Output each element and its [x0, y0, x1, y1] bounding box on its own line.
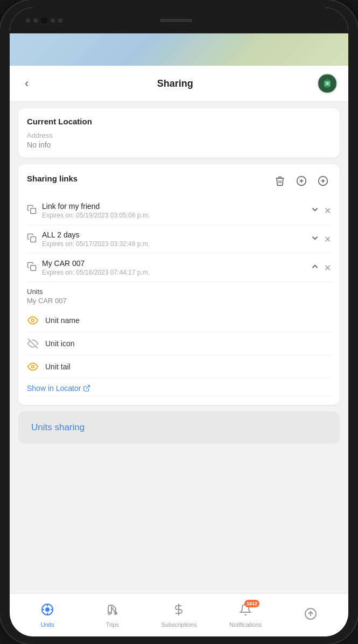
chevron-down-1[interactable] [310, 205, 320, 216]
link-item-1: Link for my friend Expires on: 05/19/202… [27, 197, 331, 225]
link-expiry-1: Expires on: 05/19/2023 03:05:08 p.m. [42, 212, 305, 219]
notifications-wrapper: 1612 [239, 603, 252, 619]
bottom-spacer [10, 452, 348, 474]
subscriptions-nav-label: Subscriptions [161, 621, 196, 628]
add-link-icon[interactable] [315, 173, 331, 189]
units-sharing-label: Units sharing [31, 422, 85, 432]
scroll-top-button[interactable] [294, 607, 327, 624]
app-content: Current Location Address No info Sharing… [10, 102, 348, 596]
units-nav-label: Units [41, 621, 54, 628]
permission-row-unit-icon: Unit icon [27, 332, 331, 355]
page-title: Sharing [157, 78, 193, 89]
cam-dot-4 [58, 18, 62, 23]
svg-point-15 [32, 366, 34, 368]
cam-dot-2 [33, 18, 38, 23]
svg-rect-11 [31, 237, 36, 242]
current-location-card: Current Location Address No info [18, 108, 340, 158]
units-section-label: Units [27, 288, 331, 296]
phone-inner: ‹ Sharing Current Location Address [10, 8, 348, 636]
notifications-nav-label: Notifications [229, 621, 262, 628]
link-name-2: ALL 2 days [42, 230, 305, 239]
trips-nav-label: Trips [106, 621, 119, 628]
svg-rect-1 [326, 79, 329, 81]
bottom-navigation: Units Trips [10, 593, 348, 636]
notifications-badge: 1612 [244, 600, 259, 607]
map-background [10, 33, 348, 66]
address-value: No info [27, 141, 331, 149]
status-bar [10, 8, 348, 33]
permission-row-unit-name: Unit name [27, 309, 331, 332]
svg-point-17 [46, 608, 49, 611]
permission-label-unit-tail: Unit tail [45, 362, 71, 371]
current-location-title: Current Location [27, 117, 331, 126]
link-name-1: Link for my friend [42, 202, 305, 211]
link-actions-2: ✕ [310, 233, 331, 245]
avatar-button[interactable] [317, 73, 338, 94]
link-item-2: ALL 2 days Expires on: 05/17/2023 03:32:… [27, 225, 331, 254]
link-info-1: Link for my friend Expires on: 05/19/202… [42, 202, 305, 219]
link-item-3: My CAR 007 Expires on: 05/16/2023 07:44:… [27, 254, 331, 282]
app-header: ‹ Sharing [10, 66, 348, 102]
svg-rect-12 [31, 265, 36, 271]
address-label: Address [27, 131, 331, 139]
eye-open-icon-1[interactable] [27, 314, 39, 326]
speaker [160, 19, 192, 22]
nav-item-trips[interactable]: Trips [96, 603, 129, 628]
phone-frame: ‹ Sharing Current Location Address [0, 0, 358, 644]
expanded-section-3: Units My CAR 007 Unit name [27, 282, 331, 396]
nav-item-units[interactable]: Units [31, 603, 64, 628]
chevron-down-2[interactable] [310, 233, 320, 245]
permission-label-unit-name: Unit name [45, 316, 80, 325]
units-section-value: My CAR 007 [27, 297, 331, 305]
nav-item-notifications[interactable]: 1612 Notifications [229, 603, 262, 628]
link-actions-3: ✕ [310, 262, 331, 274]
close-btn-1[interactable]: ✕ [324, 206, 331, 216]
sharing-links-header: Sharing links [27, 173, 331, 189]
units-nav-icon [41, 603, 54, 619]
sharing-links-card: Sharing links [18, 164, 340, 405]
back-button[interactable]: ‹ [20, 74, 33, 93]
copy-icon-1[interactable] [27, 205, 37, 216]
link-expiry-3: Expires on: 05/16/2023 07:44:17 p.m. [42, 269, 305, 276]
eye-closed-icon-2[interactable] [27, 338, 39, 349]
svg-line-16 [86, 386, 89, 389]
cam-dot-3 [51, 18, 55, 23]
svg-point-3 [326, 82, 329, 85]
units-sharing-button[interactable]: Units sharing [18, 411, 340, 444]
subscriptions-nav-icon [172, 603, 185, 619]
link-info-3: My CAR 007 Expires on: 05/16/2023 07:44:… [42, 259, 305, 276]
trips-nav-icon [106, 603, 119, 619]
link-name-3: My CAR 007 [42, 259, 305, 268]
eye-open-icon-3[interactable] [27, 361, 39, 373]
camera-area [26, 17, 62, 24]
delete-icon[interactable] [272, 173, 288, 189]
link-actions-1: ✕ [310, 205, 331, 216]
front-camera [41, 17, 47, 24]
link-info-2: ALL 2 days Expires on: 05/17/2023 03:32:… [42, 230, 305, 248]
copy-icon-3[interactable] [27, 262, 37, 274]
svg-point-13 [32, 319, 34, 322]
chevron-up-3[interactable] [310, 262, 320, 274]
cam-dot-1 [26, 18, 30, 23]
link-expiry-2: Expires on: 05/17/2023 03:32:49 p.m. [42, 240, 305, 248]
copy-icon-2[interactable] [27, 233, 37, 245]
show-in-locator-link[interactable]: Show in Locator [27, 384, 331, 393]
nav-item-subscriptions[interactable]: Subscriptions [161, 603, 196, 628]
copy-add-icon[interactable] [293, 173, 310, 189]
close-btn-2[interactable]: ✕ [324, 234, 331, 244]
sharing-links-title: Sharing links [27, 174, 78, 183]
permission-row-unit-tail: Unit tail [27, 355, 331, 379]
sharing-actions [272, 173, 331, 189]
scroll-top-icon [304, 607, 317, 624]
permission-label-unit-icon: Unit icon [45, 339, 74, 348]
svg-rect-10 [31, 208, 36, 214]
avatar-watch-icon [319, 75, 336, 92]
show-in-locator-text: Show in Locator [27, 384, 81, 393]
close-btn-3[interactable]: ✕ [324, 263, 331, 273]
svg-rect-2 [326, 86, 329, 88]
